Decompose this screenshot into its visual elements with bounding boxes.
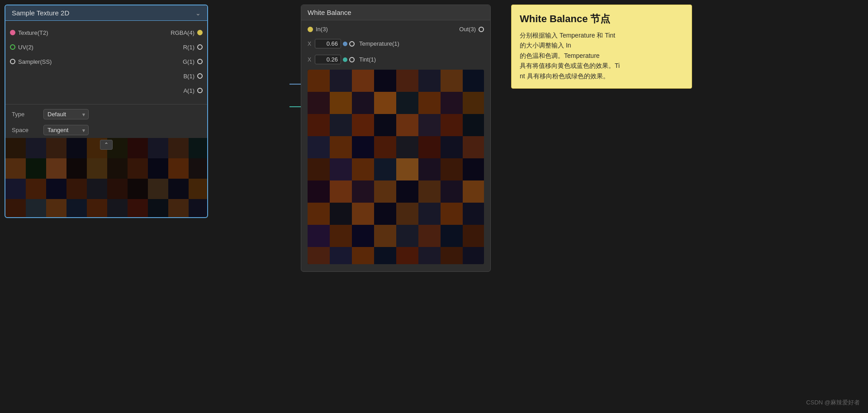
- svg-rect-3: [46, 138, 66, 158]
- svg-rect-113: [463, 247, 484, 264]
- svg-rect-51: [330, 92, 352, 114]
- r-port-row: R(1): [183, 42, 203, 52]
- svg-rect-79: [418, 158, 441, 180]
- svg-rect-14: [66, 158, 87, 179]
- white-balance-node: White Balance In(3) Out(3) X T: [301, 5, 491, 272]
- space-dropdown-wrap: Tangent Object World ▼: [43, 125, 89, 135]
- svg-rect-17: [128, 158, 148, 179]
- sampler-port-dot[interactable]: [10, 59, 15, 64]
- texture-port-row: Texture(T2): [10, 27, 106, 38]
- svg-rect-77: [374, 158, 396, 180]
- svg-rect-27: [128, 179, 148, 199]
- watermark-text: CSDN @麻辣爱好者: [806, 399, 860, 406]
- svg-rect-30: [189, 179, 207, 199]
- tint-input-group: X Tint(1): [308, 55, 376, 64]
- svg-rect-45: [374, 70, 396, 92]
- svg-rect-96: [441, 203, 463, 225]
- svg-rect-8: [148, 138, 168, 158]
- svg-rect-19: [168, 158, 189, 179]
- svg-rect-31: [5, 199, 26, 217]
- svg-rect-105: [463, 225, 484, 247]
- a-port-dot[interactable]: [197, 88, 203, 93]
- expand-button[interactable]: ⌃: [100, 140, 113, 150]
- svg-rect-2: [26, 138, 46, 158]
- svg-rect-80: [441, 158, 463, 180]
- svg-rect-102: [396, 225, 418, 247]
- r-port-dot[interactable]: [197, 44, 203, 50]
- svg-rect-61: [374, 114, 396, 136]
- rgba-port-label: RGBA(4): [171, 29, 194, 36]
- svg-rect-18: [148, 158, 168, 179]
- svg-rect-108: [352, 247, 374, 264]
- svg-rect-110: [396, 247, 418, 264]
- svg-rect-69: [374, 136, 396, 158]
- b-port-dot[interactable]: [197, 73, 203, 79]
- svg-rect-9: [168, 138, 189, 158]
- tint-input-wrap: X: [308, 55, 355, 64]
- type-select[interactable]: Default Normal Linear: [43, 109, 89, 119]
- svg-rect-56: [441, 92, 463, 114]
- svg-rect-54: [396, 92, 418, 114]
- svg-rect-29: [168, 179, 189, 199]
- svg-rect-39: [168, 199, 189, 217]
- wb-title: White Balance: [308, 9, 351, 16]
- svg-rect-35: [87, 199, 107, 217]
- svg-rect-42: [308, 70, 330, 92]
- svg-rect-88: [441, 180, 463, 203]
- texture-port-dot[interactable]: [10, 30, 15, 35]
- temperature-value-input[interactable]: [315, 39, 341, 48]
- sampler-port-label: Sampler(SS): [18, 58, 52, 65]
- g-port-dot[interactable]: [197, 59, 203, 64]
- svg-rect-12: [26, 158, 46, 179]
- tint-connector-dot[interactable]: [343, 57, 347, 62]
- sample-texture-chevron[interactable]: ⌄: [195, 9, 201, 17]
- tint-value-input[interactable]: [315, 55, 341, 64]
- a-port-row: A(1): [183, 85, 203, 96]
- out-port-label: Out(3): [459, 26, 476, 33]
- watermark: CSDN @麻辣爱好者: [806, 399, 860, 407]
- svg-rect-86: [396, 180, 418, 203]
- tint-port-dot[interactable]: [349, 57, 355, 62]
- svg-rect-107: [330, 247, 352, 264]
- space-select[interactable]: Tangent Object World: [43, 125, 89, 135]
- svg-rect-65: [463, 114, 484, 136]
- svg-rect-21: [5, 179, 26, 199]
- svg-rect-87: [418, 180, 441, 203]
- temperature-label: Temperature(1): [359, 40, 399, 47]
- svg-rect-55: [418, 92, 441, 114]
- svg-rect-85: [374, 180, 396, 203]
- svg-rect-48: [441, 70, 463, 92]
- svg-rect-59: [330, 114, 352, 136]
- uv-port-dot[interactable]: [10, 44, 15, 50]
- space-prop-row: Space Tangent Object World ▼: [5, 122, 207, 138]
- temperature-connector-dot[interactable]: [343, 42, 347, 46]
- svg-rect-109: [374, 247, 396, 264]
- b-port-label: B(1): [183, 73, 194, 80]
- svg-rect-103: [418, 225, 441, 247]
- tooltip-card: White Balance 节点 分别根据输入 Temperature 和 Ti…: [511, 5, 692, 89]
- svg-rect-15: [87, 158, 107, 179]
- in-port-dot[interactable]: [308, 27, 313, 32]
- tooltip-body: 分别根据输入 Temperature 和 Tint 的大小调整输入 In 的色温…: [520, 30, 683, 81]
- temperature-port-dot[interactable]: [349, 41, 355, 47]
- svg-rect-76: [352, 158, 374, 180]
- svg-rect-40: [189, 199, 207, 217]
- tooltip-title: White Balance 节点: [520, 12, 683, 26]
- svg-rect-34: [66, 199, 87, 217]
- out-port-dot[interactable]: [479, 27, 484, 32]
- svg-rect-25: [87, 179, 107, 199]
- svg-rect-82: [308, 180, 330, 203]
- svg-rect-93: [374, 203, 396, 225]
- g-port-label: G(1): [183, 58, 194, 65]
- svg-rect-26: [107, 179, 128, 199]
- temperature-input-group: X Temperature(1): [308, 39, 399, 48]
- type-prop-row: Type Default Normal Linear ▼: [5, 106, 207, 122]
- svg-rect-28: [148, 179, 168, 199]
- left-ports: Texture(T2) UV(2) Sampler(SS): [5, 25, 106, 98]
- tint-label: Tint(1): [359, 56, 376, 63]
- rgba-port-dot[interactable]: [197, 30, 203, 35]
- svg-rect-63: [418, 114, 441, 136]
- type-dropdown-wrap: Default Normal Linear ▼: [43, 109, 89, 119]
- type-label: Type: [12, 111, 39, 118]
- svg-rect-37: [128, 199, 148, 217]
